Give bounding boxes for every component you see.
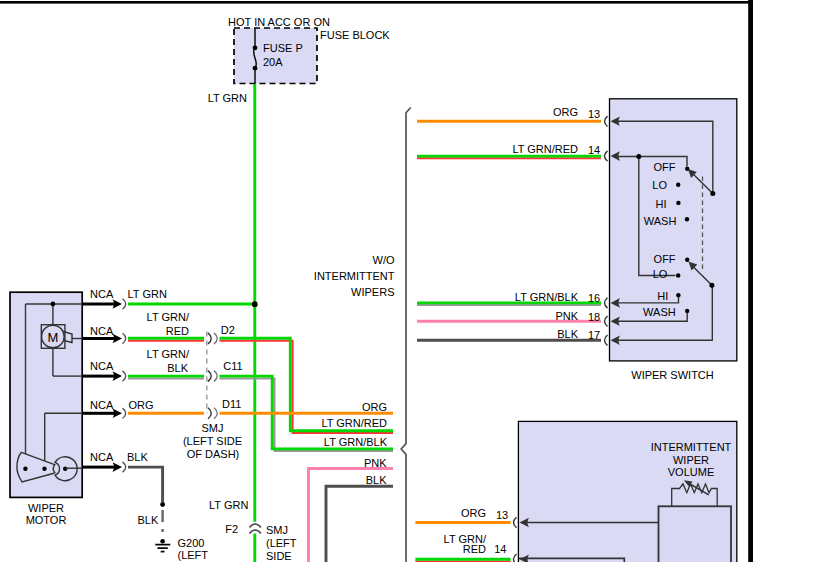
- svg-text:ORG: ORG: [362, 401, 387, 413]
- svg-text:NCA: NCA: [90, 399, 114, 411]
- svg-text:(LEFT SIDE: (LEFT SIDE: [183, 435, 242, 447]
- svg-text:W/O: W/O: [373, 254, 395, 266]
- svg-text:17: 17: [588, 329, 600, 341]
- svg-text:BLK: BLK: [138, 514, 159, 526]
- svg-text:NCA: NCA: [90, 325, 114, 337]
- svg-text:NCA: NCA: [90, 288, 114, 300]
- svg-text:LT GRN/: LT GRN/: [147, 348, 190, 360]
- svg-text:F2: F2: [225, 523, 238, 535]
- svg-text:20A: 20A: [263, 56, 283, 68]
- svg-text:M: M: [47, 330, 58, 345]
- svg-text:14: 14: [588, 144, 600, 156]
- svg-text:MOTOR: MOTOR: [26, 514, 67, 526]
- svg-text:13: 13: [496, 509, 508, 521]
- svg-text:WASH: WASH: [643, 306, 676, 318]
- svg-text:FUSE P: FUSE P: [263, 42, 303, 54]
- svg-text:C11: C11: [223, 360, 242, 372]
- svg-text:BLK: BLK: [557, 328, 578, 340]
- svg-text:LT GRN/RED: LT GRN/RED: [321, 417, 387, 429]
- svg-text:LT GRN/RED: LT GRN/RED: [512, 143, 578, 155]
- svg-text:RED: RED: [166, 325, 189, 337]
- svg-text:14: 14: [494, 543, 506, 555]
- svg-text:INTERMITTENT: INTERMITTENT: [651, 441, 732, 453]
- svg-text:18: 18: [588, 311, 600, 323]
- svg-text:13: 13: [588, 108, 600, 120]
- svg-text:(LEFT: (LEFT: [266, 537, 297, 549]
- svg-text:LT GRN: LT GRN: [208, 92, 247, 104]
- svg-text:SMJ: SMJ: [202, 422, 224, 434]
- svg-text:RED: RED: [463, 543, 486, 555]
- svg-text:WIPER: WIPER: [28, 502, 64, 514]
- svg-text:ORG: ORG: [461, 507, 486, 519]
- svg-text:LT GRN: LT GRN: [128, 288, 167, 300]
- svg-text:PNK: PNK: [555, 310, 578, 322]
- svg-text:WASH: WASH: [644, 215, 677, 227]
- svg-text:LT GRN: LT GRN: [209, 499, 248, 511]
- svg-text:BLK: BLK: [366, 474, 387, 486]
- svg-text:G200: G200: [178, 537, 205, 549]
- svg-text:ORG: ORG: [129, 399, 154, 411]
- svg-text:LT GRN/BLK: LT GRN/BLK: [324, 436, 388, 448]
- svg-text:WIPERS: WIPERS: [351, 286, 394, 298]
- svg-text:(LEFT: (LEFT: [178, 549, 209, 561]
- svg-text:NCA: NCA: [90, 451, 114, 463]
- svg-text:INTERMITTENT: INTERMITTENT: [314, 270, 395, 282]
- svg-text:BLK: BLK: [127, 451, 148, 463]
- svg-text:ORG: ORG: [553, 106, 578, 118]
- svg-text:SIDE: SIDE: [266, 550, 292, 562]
- svg-text:FUSE BLOCK: FUSE BLOCK: [320, 29, 390, 41]
- svg-text:WIPER: WIPER: [673, 454, 709, 466]
- svg-text:VOLUME: VOLUME: [668, 466, 714, 478]
- svg-text:LT GRN/: LT GRN/: [147, 311, 190, 323]
- svg-text:LO: LO: [652, 179, 667, 191]
- svg-text:D11: D11: [222, 398, 241, 410]
- svg-text:D2: D2: [221, 324, 235, 336]
- svg-text:SMJ: SMJ: [266, 524, 288, 536]
- svg-text:LO: LO: [653, 268, 668, 280]
- svg-text:OFF: OFF: [654, 161, 676, 173]
- svg-text:HI: HI: [657, 290, 668, 302]
- svg-text:BLK: BLK: [167, 362, 188, 374]
- svg-text:16: 16: [588, 292, 600, 304]
- svg-text:HI: HI: [656, 198, 667, 210]
- svg-text:WIPER SWITCH: WIPER SWITCH: [631, 369, 714, 381]
- svg-text:OF DASH): OF DASH): [187, 448, 240, 460]
- svg-text:OFF: OFF: [654, 253, 676, 265]
- svg-text:LT GRN/BLK: LT GRN/BLK: [515, 291, 579, 303]
- svg-text:HOT IN ACC OR ON: HOT IN ACC OR ON: [228, 16, 330, 28]
- svg-text:NCA: NCA: [90, 360, 114, 372]
